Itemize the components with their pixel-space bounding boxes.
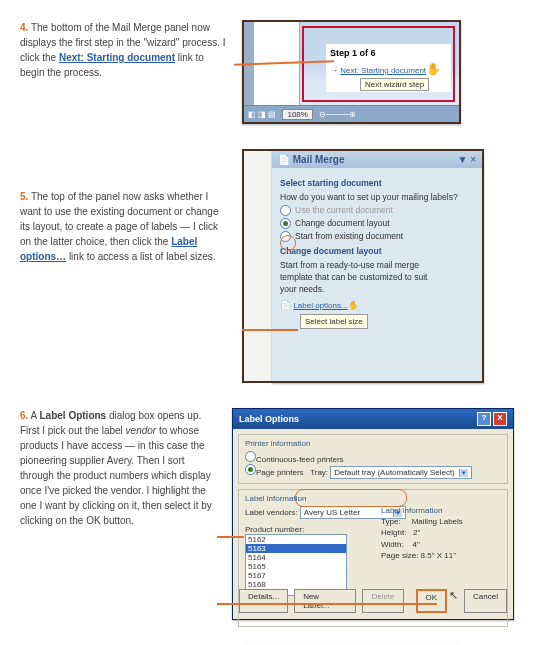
label-options-dialog: Label Options?X Printer information Cont… (232, 408, 514, 620)
link-next-starting-document: Next: Starting document (59, 52, 175, 63)
radio-current-doc[interactable] (280, 205, 291, 216)
new-label-button[interactable]: New Label... (294, 589, 356, 613)
close-icon[interactable]: X (493, 412, 507, 426)
list-item[interactable]: 5162 (246, 535, 346, 544)
details-button[interactable]: Details... (239, 589, 288, 613)
tray-select[interactable]: Default tray (Automatically Select)▾ (330, 466, 472, 479)
screenshot-step1: Step 1 of 6 → Next: Starting document✋ N… (242, 20, 461, 124)
chevron-down-icon: ▾ (459, 469, 468, 477)
tooltip: Select label size (300, 314, 368, 329)
cursor-icon: ↖ (449, 589, 458, 613)
next-link[interactable]: Next: Starting document (340, 66, 426, 75)
delete-button: Delete (362, 589, 403, 613)
status-bar: ◧ ◨ ▤108%⊖────⊕ (244, 105, 459, 122)
step-num: 4. (20, 22, 28, 33)
list-item[interactable]: 5164 (246, 553, 346, 562)
step-num: 5. (20, 191, 28, 202)
step-num: 6. (20, 410, 28, 421)
zoom-level: 108% (282, 109, 312, 120)
section-change-layout: Change document layout (280, 246, 474, 258)
step-6-text: 6. A Label Options dialog box opens up. … (20, 408, 220, 620)
radio-continuous[interactable] (245, 451, 256, 462)
tooltip: Next wizard step (360, 78, 429, 91)
step-indicator: Step 1 of 6 (330, 48, 447, 58)
ok-button[interactable]: OK (416, 589, 448, 613)
step-4-text: 4. The bottom of the Mail Merge panel no… (20, 20, 230, 124)
list-item[interactable]: 5163 (246, 544, 346, 553)
radio-page-printers[interactable] (245, 464, 256, 475)
panel-title: 📄 Mail Merge▼ × (272, 151, 482, 168)
list-item[interactable]: 5168 (246, 580, 346, 589)
step-5-text: 5. The top of the panel now asks whether… (20, 149, 230, 383)
list-item[interactable]: 5167 (246, 571, 346, 580)
label-info-display: Label information Type: Mailing Labels H… (381, 505, 463, 561)
dialog-titlebar: Label Options?X (233, 409, 513, 429)
cursor-icon: ✋ (348, 300, 359, 310)
section-select-doc: Select starting document (280, 178, 474, 190)
list-item[interactable]: 5165 (246, 562, 346, 571)
label-options-link[interactable]: Label options... (293, 301, 347, 310)
cancel-button[interactable]: Cancel (464, 589, 507, 613)
screenshot-mail-merge-panel: 📄 Mail Merge▼ × Select starting document… (272, 149, 484, 383)
printer-info-label: Printer information (245, 439, 501, 448)
product-listbox[interactable]: 5162 5163 5164 5165 5167 5168 (245, 534, 347, 596)
cursor-icon: ✋ (426, 62, 441, 76)
radio-change-layout[interactable] (280, 218, 291, 229)
